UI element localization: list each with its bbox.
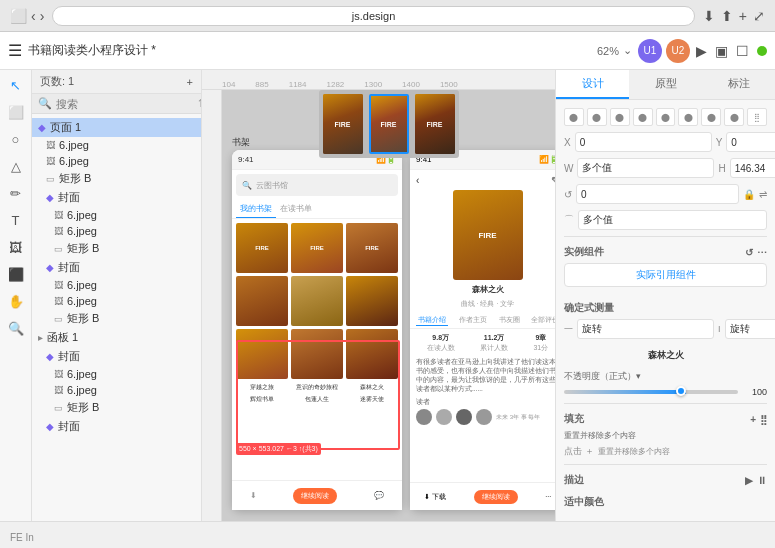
layer-item[interactable]: ◆ 封面 — [32, 258, 201, 277]
fill-reset-label[interactable]: 重置并移除多个内容 — [598, 446, 670, 457]
book-item[interactable]: FIRE — [291, 223, 343, 273]
share-icon[interactable]: ⬆ — [721, 8, 733, 24]
layer-item[interactable]: ▭ 矩形 B — [32, 309, 201, 328]
search-input[interactable] — [56, 98, 194, 110]
forward-button[interactable]: › — [40, 8, 45, 24]
download-icon[interactable]: ⬇ — [703, 8, 715, 24]
layer-item[interactable]: ▸ 函板 1 — [32, 328, 201, 347]
layer-item[interactable]: ▭ 矩形 B — [32, 169, 201, 188]
nav-icon[interactable]: ⬇ — [250, 491, 257, 500]
layer-item[interactable]: ◆ 页面 1 — [32, 118, 201, 137]
align-left-btn[interactable]: ⬤ — [564, 108, 584, 126]
bookshelf-tabs: 我的书架 在读书单 — [232, 200, 402, 219]
expand-icon[interactable]: ⤢ — [753, 8, 765, 24]
align-middle-btn[interactable]: ⬤ — [656, 108, 676, 126]
reader-section: 读者 未来 3年 事 每年 — [410, 397, 555, 425]
rotation-input[interactable] — [576, 184, 739, 204]
fill-plus[interactable]: 点击 ＋ — [564, 445, 594, 458]
more-align-btn[interactable]: ⣿ — [747, 108, 767, 126]
multi-input[interactable] — [578, 210, 767, 230]
preview-img-2: FIRE — [369, 94, 409, 154]
book-item[interactable] — [236, 276, 288, 326]
layer-item[interactable]: ◆ 封面 — [32, 347, 201, 366]
menu-icon[interactable]: ☰ — [8, 41, 22, 60]
fill-add-icon[interactable]: + — [750, 414, 756, 425]
instance-reset-icon[interactable]: ↺ — [745, 247, 753, 258]
text-tool-icon[interactable]: T — [12, 213, 20, 228]
sidebar-toggle-icon[interactable]: ⬜ — [10, 8, 27, 24]
more-icon[interactable]: ··· — [545, 493, 551, 500]
download-btn[interactable]: ⬇ 下载 — [424, 492, 446, 502]
layer-item[interactable]: ▭ 矩形 B — [32, 398, 201, 417]
align-right-btn[interactable]: ⬤ — [610, 108, 630, 126]
align-top-btn[interactable]: ⬤ — [633, 108, 653, 126]
layer-item[interactable]: ▭ 矩形 B — [32, 239, 201, 258]
add-page-icon[interactable]: + — [187, 76, 193, 88]
back-button[interactable]: ‹ — [31, 8, 36, 24]
play-icon[interactable]: ▶ — [696, 43, 707, 59]
layer-item[interactable]: 🖼 6.jpeg — [32, 207, 201, 223]
h-input[interactable] — [730, 158, 775, 178]
zoom-tool-icon[interactable]: 🔍 — [8, 321, 24, 336]
address-bar[interactable]: js.design — [52, 6, 694, 26]
layer-label: 矩形 B — [59, 171, 91, 186]
layer-item[interactable]: 🖼 6.jpeg — [32, 382, 201, 398]
layer-item[interactable]: ◆ 封面 — [32, 188, 201, 207]
share-header-icon[interactable]: ☐ — [736, 43, 749, 59]
flip-icon[interactable]: ⇌ — [759, 189, 767, 200]
present-icon[interactable]: ▣ — [715, 43, 728, 59]
stroke-play-icon[interactable]: ▶ — [745, 475, 753, 486]
fill-icons: + ⣿ — [750, 414, 767, 425]
avatar-1: U1 — [638, 39, 662, 63]
hand-tool-icon[interactable]: ✋ — [8, 294, 24, 309]
align-bottom-btn[interactable]: ⬤ — [678, 108, 698, 126]
canvas-content[interactable]: FIRE FIRE FIRE ⚡ 整齐 书架 — [222, 90, 555, 521]
y-input[interactable] — [726, 132, 775, 152]
fill-tool-icon[interactable]: ⬛ — [8, 267, 24, 282]
continue-reading-btn[interactable]: 继续阅读 — [474, 490, 518, 504]
tab-prototype[interactable]: 原型 — [629, 70, 702, 99]
edit-icon[interactable]: ✎ — [551, 175, 555, 186]
book-item[interactable] — [291, 276, 343, 326]
tab-design[interactable]: 设计 — [556, 70, 629, 99]
back-icon[interactable]: ‹ — [416, 175, 419, 186]
component-button[interactable]: 实际引用组件 — [564, 263, 767, 287]
distribute-v-btn[interactable]: ⬤ — [724, 108, 744, 126]
condition-input2[interactable] — [725, 319, 775, 339]
book-item[interactable]: FIRE — [236, 223, 288, 273]
align-center-btn[interactable]: ⬤ — [587, 108, 607, 126]
x-input[interactable] — [575, 132, 712, 152]
slider-thumb[interactable] — [676, 386, 686, 396]
book-item[interactable]: FIRE — [346, 223, 398, 273]
select-tool-icon[interactable]: ↖ — [10, 78, 21, 93]
w-input[interactable] — [577, 158, 714, 178]
pen-tool-icon[interactable]: ✏ — [10, 186, 21, 201]
instance-more-icon[interactable]: ⋯ — [757, 247, 767, 258]
canvas-area[interactable]: 104 885 1184 1282 1300 1400 1500 FIRE — [202, 70, 555, 521]
opacity-slider[interactable] — [564, 390, 738, 394]
reader-count: 未来 3年 事 每年 — [496, 413, 540, 422]
image-tool-icon[interactable]: 🖼 — [9, 240, 22, 255]
fill-grid-icon[interactable]: ⣿ — [760, 414, 767, 425]
nav-read-btn[interactable]: 继续阅读 — [293, 488, 337, 504]
distribute-h-btn[interactable]: ⬤ — [701, 108, 721, 126]
layer-item[interactable]: 🖼 6.jpeg — [32, 153, 201, 169]
layer-item[interactable]: 🖼 6.jpeg — [32, 137, 201, 153]
layer-item[interactable]: 🖼 6.jpeg — [32, 223, 201, 239]
layer-item[interactable]: 🖼 6.jpeg — [32, 277, 201, 293]
frame-tool-icon[interactable]: ⬜ — [8, 105, 24, 120]
layer-item[interactable]: 🖼 6.jpeg — [32, 366, 201, 382]
zoom-dropdown-icon[interactable]: ⌄ — [623, 44, 632, 57]
circle-tool-icon[interactable]: ○ — [12, 132, 20, 147]
layer-item[interactable]: 🖼 6.jpeg — [32, 293, 201, 309]
nav-icon[interactable]: 💬 — [374, 491, 384, 500]
layer-label: 6.jpeg — [67, 225, 97, 237]
stroke-pause-icon[interactable]: ⏸ — [757, 475, 767, 486]
lock-icon[interactable]: 🔒 — [743, 189, 755, 200]
tab-annotation[interactable]: 标注 — [702, 70, 775, 99]
book-item[interactable] — [346, 276, 398, 326]
triangle-tool-icon[interactable]: △ — [11, 159, 21, 174]
condition-input1[interactable] — [577, 319, 714, 339]
add-tab-icon[interactable]: + — [739, 8, 747, 24]
layer-item[interactable]: ◆ 封面 — [32, 417, 201, 436]
